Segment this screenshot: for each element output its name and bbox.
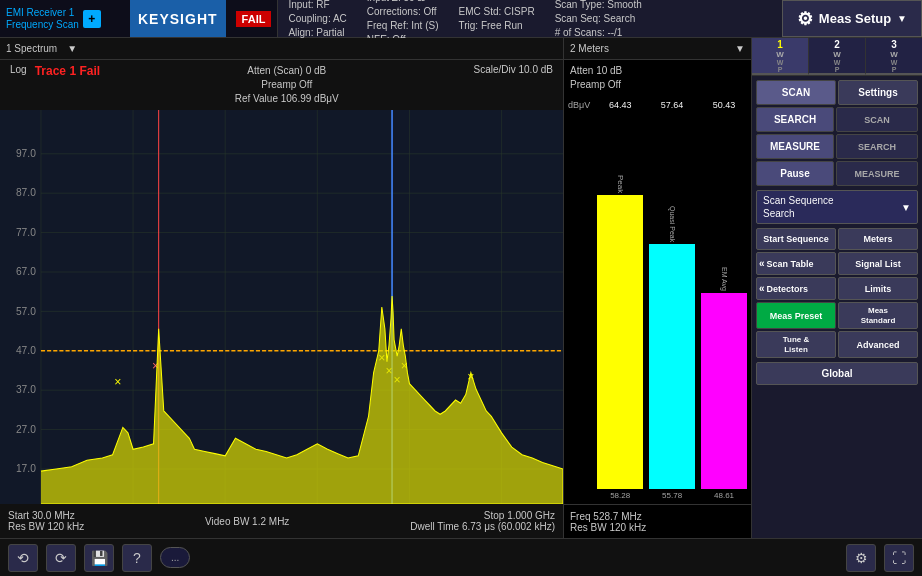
spectrum-panel-label: 1 Spectrum <box>6 43 57 54</box>
global-button[interactable]: Global <box>756 362 918 385</box>
scan-table-button[interactable]: « Scan Table <box>756 252 836 275</box>
scan-button[interactable]: SCAN <box>756 80 836 105</box>
tune-listen-button[interactable]: Tune & Listen <box>756 331 836 358</box>
save-button[interactable]: 💾 <box>84 544 114 572</box>
fail-indicator: FAIL <box>226 0 279 37</box>
search-scan-row: SEARCH SCAN <box>756 107 918 132</box>
back-button[interactable]: ⟲ <box>8 544 38 572</box>
input-group-3: EMC Std: CISPR Trig: Free Run <box>458 5 534 33</box>
settings-icon-button[interactable]: ⚙ <box>846 544 876 572</box>
help-button[interactable]: ? <box>122 544 152 572</box>
spectrum-dropdown-icon[interactable]: ▼ <box>67 43 77 54</box>
instrument-title: EMI Receiver 1 Frequency Scan <box>6 7 79 31</box>
svg-text:97.0: 97.0 <box>16 147 36 159</box>
meters-footer: Freq 528.7 MHz Res BW 120 kHz <box>564 504 751 538</box>
svg-text:37.0: 37.0 <box>16 383 36 395</box>
scan-seq-dropdown-arrow: ▼ <box>901 202 911 213</box>
input-group-1: Input: RF Coupling: AC Align: Partial <box>288 0 346 40</box>
svg-text:77.0: 77.0 <box>16 226 36 238</box>
svg-text:47.0: 47.0 <box>16 344 36 356</box>
detectors-arrow: « <box>759 283 765 294</box>
meas-preset-standard-row: Meas Preset Meas Standard <box>756 302 918 329</box>
meas-preset-button[interactable]: Meas Preset <box>756 302 836 329</box>
add-instrument-button[interactable]: + <box>83 10 101 28</box>
scale-div: Scale/Div 10.0 dB <box>473 64 553 106</box>
spectrum-footer-center: Video BW 1.2 MHz <box>205 516 289 527</box>
atten-info: Atten (Scan) 0 dB Preamp Off Ref Value 1… <box>235 64 339 106</box>
meters-bars: dBμV 64.43 Peak 58.28 57.64 <box>564 96 751 504</box>
input-group-4: Scan Type: Smooth Scan Seq: Search # of … <box>555 0 642 40</box>
svg-text:17.0: 17.0 <box>16 462 36 474</box>
meters-panel-label: 2 Meters <box>570 43 609 54</box>
svg-text:27.0: 27.0 <box>16 423 36 435</box>
advanced-button[interactable]: Advanced <box>838 331 918 358</box>
fail-badge: FAIL <box>236 11 272 27</box>
meas-setup-button[interactable]: ⚙ Meas Setup ▼ <box>782 0 922 37</box>
y-axis-label: dBμV <box>568 100 590 110</box>
main-content: 1 Spectrum ▼ Log Trace 1 Fail Atten (Sca… <box>0 38 922 538</box>
message-button[interactable]: ... <box>160 547 190 568</box>
svg-text:87.0: 87.0 <box>16 186 36 198</box>
limits-button[interactable]: Limits <box>838 277 918 300</box>
meters-info: Atten 10 dB Preamp Off <box>564 60 751 96</box>
svg-text:57.0: 57.0 <box>16 304 36 316</box>
right-tab-bar: 1 W W P 2 W W P 3 W W P <box>752 38 922 76</box>
detectors-limits-row: « Detectors Limits <box>756 277 918 300</box>
measure-search-row: MEASURE SEARCH <box>756 134 918 159</box>
search-right-button[interactable]: SEARCH <box>836 134 918 159</box>
spectrum-header: 1 Spectrum ▼ <box>0 38 563 60</box>
meters-area: 2 Meters ▼ Atten 10 dB Preamp Off dBμV 6… <box>564 38 752 538</box>
meas-standard-button[interactable]: Meas Standard <box>838 302 918 329</box>
meter-bar-em-avg: 50.43 EM Avg 48.61 <box>701 100 747 500</box>
spectrum-svg: 97.0 87.0 77.0 67.0 57.0 47.0 37.0 27.0 … <box>0 110 563 504</box>
fullscreen-button[interactable]: ⛶ <box>884 544 914 572</box>
settings-button[interactable]: Settings <box>838 80 918 105</box>
spectrum-info: Log Trace 1 Fail Atten (Scan) 0 dB Pream… <box>0 60 563 110</box>
scan-sequence-label: Scan SequenceSearch <box>763 194 834 220</box>
forward-button[interactable]: ⟳ <box>46 544 76 572</box>
spectrum-footer-left: Start 30.0 MHz Res BW 120 kHz <box>8 510 84 532</box>
spectrum-footer-right: Stop 1.000 GHz Dwell Time 6.73 μs (60.00… <box>410 510 555 532</box>
tab-1-num: 1 <box>777 39 783 50</box>
right-panel: 1 W W P 2 W W P 3 W W P SCAN Se <box>752 38 922 538</box>
tune-advanced-row: Tune & Listen Advanced <box>756 331 918 358</box>
meter-bar-quasi-peak: 57.64 Quasi Peak 55.78 <box>649 100 695 500</box>
measure-right-button[interactable]: MEASURE <box>836 161 918 186</box>
top-bar: EMI Receiver 1 Frequency Scan + KEYSIGHT… <box>0 0 922 38</box>
detectors-button[interactable]: « Detectors <box>756 277 836 300</box>
keysight-logo: KEYSIGHT <box>130 0 226 37</box>
svg-text:×: × <box>114 373 121 388</box>
instrument-header: EMI Receiver 1 Frequency Scan + <box>0 0 130 37</box>
bottom-bar: ⟲ ⟳ 💾 ? ... ⚙ ⛶ <box>0 538 922 576</box>
pause-button[interactable]: Pause <box>756 161 834 186</box>
scan-right-button[interactable]: SCAN <box>836 107 918 132</box>
input-parameters: Input: RF Coupling: AC Align: Partial In… <box>278 0 781 37</box>
spectrum-area: 1 Spectrum ▼ Log Trace 1 Fail Atten (Sca… <box>0 38 564 538</box>
search-button[interactable]: SEARCH <box>756 107 834 132</box>
right-buttons: SCAN Settings SEARCH SCAN MEASURE SEARCH… <box>752 76 922 538</box>
scan-sequence-dropdown[interactable]: Scan SequenceSearch ▼ <box>756 190 918 224</box>
meters-header: 2 Meters ▼ <box>564 38 751 60</box>
pause-measure-row: Pause MEASURE <box>756 161 918 186</box>
meter-bars-container: 64.43 Peak 58.28 57.64 Quasi Peak <box>597 100 747 500</box>
tab-2[interactable]: 2 W W P <box>809 38 866 75</box>
tab-3[interactable]: 3 W W P <box>866 38 922 75</box>
gear-icon-top: ⚙ <box>797 8 813 30</box>
chevron-down-meas: ▼ <box>897 13 907 24</box>
meters-dropdown-icon[interactable]: ▼ <box>735 43 745 54</box>
measure-button[interactable]: MEASURE <box>756 134 834 159</box>
scan-table-arrow: « <box>759 258 765 269</box>
spectrum-plot-area: 97.0 87.0 77.0 67.0 57.0 47.0 37.0 27.0 … <box>0 110 563 504</box>
spectrum-footer: Start 30.0 MHz Res BW 120 kHz Video BW 1… <box>0 504 563 538</box>
log-label: Log <box>10 64 27 75</box>
trace-fail: Trace 1 Fail <box>35 64 100 78</box>
scan-table-signal-list-row: « Scan Table Signal List <box>756 252 918 275</box>
tab-1[interactable]: 1 W W P <box>752 38 809 75</box>
meters-button[interactable]: Meters <box>838 228 918 250</box>
start-sequence-button[interactable]: Start Sequence <box>756 228 836 250</box>
signal-list-button[interactable]: Signal List <box>838 252 918 275</box>
start-seq-meters-row: Start Sequence Meters <box>756 228 918 250</box>
meter-bar-peak: 64.43 Peak 58.28 <box>597 100 643 500</box>
scan-settings-row: SCAN Settings <box>756 80 918 105</box>
svg-text:67.0: 67.0 <box>16 265 36 277</box>
